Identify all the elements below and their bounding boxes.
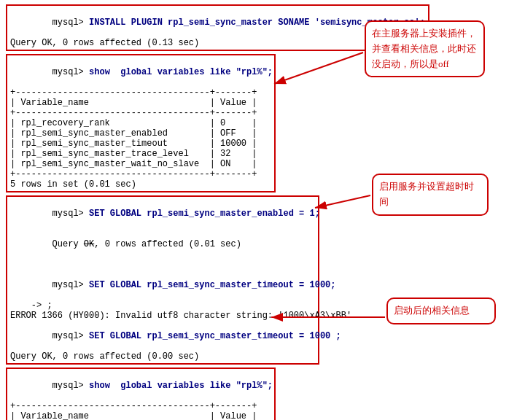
section-set: mysql> SET GLOBAL rpl_semi_sync_master_e… [6, 195, 519, 365]
set-timeout-line: mysql> SET GLOBAL rpl_semi_sync_master_t… [10, 270, 315, 300]
show1-block: mysql> show global variables like "rpl%"… [6, 54, 276, 192]
set-enabled-output: Query OK, 0 rows affected (0.01 sec) [10, 229, 315, 260]
section-show2: mysql> show global variables like "rpl%"… [6, 368, 519, 420]
install-block: mysql> INSTALL PLUGIN rpl_semi_sync_mast… [6, 4, 429, 51]
set-enabled-line: mysql> SET GLOBAL rpl_semi_sync_master_e… [10, 198, 315, 229]
section-install: mysql> INSTALL PLUGIN rpl_semi_sync_mast… [6, 4, 519, 51]
show2-cmd-line: mysql> show global variables like "rpl%"… [10, 370, 271, 401]
show2-block: mysql> show global variables like "rpl%"… [6, 368, 276, 420]
install-cmd-line: mysql> INSTALL PLUGIN rpl_semi_sync_mast… [10, 7, 425, 38]
prompt1: mysql> [52, 18, 89, 28]
section-show1: mysql> show global variables like "rpl%"… [6, 54, 519, 192]
install-cmd: INSTALL PLUGIN rpl_semi_sync_master SONA… [89, 18, 425, 28]
set-block: mysql> SET GLOBAL rpl_semi_sync_master_e… [6, 195, 319, 365]
install-output: Query OK, 0 rows affected (0.13 sec) [10, 38, 425, 48]
set-timeout2-line: mysql> SET GLOBAL rpl_semi_sync_master_t… [10, 321, 315, 351]
show1-cmd-line: mysql> show global variables like "rpl%"… [10, 57, 271, 88]
